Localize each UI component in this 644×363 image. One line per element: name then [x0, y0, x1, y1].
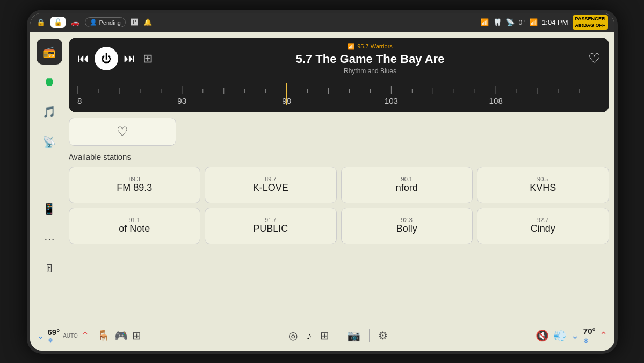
car-icon: 🚗: [71, 18, 79, 26]
station-name-7: Cindy: [531, 223, 555, 234]
content-area: ⏮ ⏻ ⏭ ⊞: [69, 32, 614, 321]
bottom-left: ⌄ 69° ❄ AUTO ⌃ 🪑 🎮: [37, 328, 141, 344]
skip-back-icon: ⏮: [77, 52, 89, 66]
temp-up-arrow-icon[interactable]: ⌃: [81, 330, 89, 341]
wifi-off-icon: 📶: [480, 18, 489, 26]
status-bar: 🔒 🔓 🚗 👤 Pending 🅿 🔔 📶 🦷: [30, 13, 614, 32]
svg-text:103: 103: [384, 97, 397, 104]
station-name-0: FM 89.3: [117, 182, 152, 194]
music-nav-icon: ♪: [306, 330, 312, 342]
temp-right-display: 70° ❄: [583, 326, 596, 345]
station-tile-6[interactable]: 92.3 Bolly: [341, 208, 473, 244]
station-freq-0: 89.3: [129, 176, 140, 182]
screen: 🔒 🔓 🚗 👤 Pending 🅿 🔔 📶 🦷: [30, 13, 614, 351]
auto-mode-label: AUTO: [63, 333, 78, 339]
station-freq-2: 90.1: [401, 176, 413, 182]
frequency-bar[interactable]: 88 93 98 103 108: [69, 80, 609, 112]
mute-button[interactable]: 🔇: [536, 329, 549, 342]
bluetooth-icon: 🦷: [493, 18, 502, 26]
station-tile-5[interactable]: 91.7 PUBLIC: [205, 208, 337, 244]
mute-icon: 🔇: [536, 330, 549, 341]
temp-right-down-icon[interactable]: ⌄: [571, 330, 579, 341]
station-freq-4: 91.1: [129, 217, 140, 223]
station-tile-3[interactable]: 90.5 KVHS: [477, 167, 609, 203]
main-area: 📻 ⏺ 🎵 📡 📱 ⋯ 🎚: [30, 32, 614, 321]
station-tile-0[interactable]: 89.3 FM 89.3: [69, 167, 201, 203]
more-icon: ⋯: [44, 232, 55, 245]
track-info: 📶 95.7 Warriors 5.7 The Game The Bay Are…: [160, 43, 581, 75]
fan-icon: 💨: [553, 330, 567, 341]
clock: 1:04 PM: [542, 18, 568, 26]
station-freq-1: 89.7: [265, 176, 276, 182]
channel-icon: ⊞: [143, 52, 153, 66]
steering-heat-button[interactable]: 🎮: [114, 329, 128, 342]
seat-heat-button[interactable]: 🪑: [97, 329, 110, 342]
prev-button[interactable]: ⏮: [77, 52, 89, 66]
equalizer-icon: 🎚: [44, 262, 55, 275]
station-freq-6: 92.3: [401, 217, 413, 223]
temp-status: 0°: [519, 19, 525, 26]
next-button[interactable]: ⏭: [124, 52, 135, 66]
temp-left-value: 69°: [48, 328, 60, 337]
car-frame: 🔒 🔓 🚗 👤 Pending 🅿 🔔 📶 🦷: [27, 10, 618, 354]
heart-icon: ♡: [588, 51, 600, 67]
station-name-4: of Note: [119, 223, 150, 234]
skip-forward-icon: ⏭: [124, 52, 135, 66]
steering-heat-icon: 🎮: [114, 330, 128, 341]
svg-text:88: 88: [77, 97, 82, 104]
unlock-icon[interactable]: 🔓: [50, 17, 66, 28]
phone-icon: 📱: [42, 202, 56, 215]
station-name-2: nford: [396, 182, 418, 194]
navigation-icon: ◎: [288, 329, 298, 342]
camera-button[interactable]: 📷: [347, 329, 360, 342]
station-name-3: KVHS: [530, 182, 556, 194]
station-name-5: PUBLIC: [253, 223, 288, 234]
wifi-icon: 📡: [42, 136, 56, 148]
station-freq-3: 90.5: [537, 176, 548, 182]
power-icon: ⏻: [101, 53, 112, 65]
settings-button[interactable]: ⚙: [378, 329, 388, 342]
sidebar-more-button[interactable]: ⋯: [37, 226, 62, 252]
navigation-button[interactable]: ◎: [288, 329, 298, 342]
heart-button[interactable]: ♡: [588, 51, 600, 67]
music-nav-button[interactable]: ♪: [306, 330, 312, 342]
power-button[interactable]: ⏻: [95, 47, 118, 70]
sidebar-radio-button[interactable]: 📻: [37, 39, 62, 65]
apps-button[interactable]: ⊞: [320, 329, 329, 342]
temp-right-up-icon[interactable]: ⌃: [599, 330, 607, 341]
fan-button[interactable]: 💨: [553, 329, 567, 342]
station-name: 95.7 Warriors: [357, 43, 393, 49]
station-tile-4[interactable]: 91.1 of Note: [69, 208, 201, 244]
station-name-1: K-LOVE: [253, 182, 288, 194]
station-tile-1[interactable]: 89.7 K-LOVE: [205, 167, 337, 203]
bottom-right: 🔇 💨 ⌄ 70° ❄ ⌃: [536, 326, 608, 345]
airbag-line2: AIRBAG OFF: [575, 23, 605, 29]
available-stations-label: Available stations: [69, 152, 609, 161]
station-tile-2[interactable]: 90.1 nford: [341, 167, 473, 203]
svg-text:108: 108: [489, 97, 502, 104]
heat-icons: 🪑 🎮 ⊞: [97, 329, 141, 342]
station-label: 📶 95.7 Warriors: [160, 43, 581, 50]
sidebar-eq-button[interactable]: 🎚: [37, 256, 62, 282]
snowflake-right-icon: ❄: [583, 337, 589, 345]
temp-down-arrow-icon[interactable]: ⌄: [37, 330, 45, 341]
sidebar-wifi-button[interactable]: 📡: [37, 129, 62, 155]
favorite-button[interactable]: ♡: [69, 118, 176, 146]
signal-icon: 📡: [506, 18, 515, 26]
sidebar: 📻 ⏺ 🎵 📡 📱 ⋯ 🎚: [30, 32, 69, 321]
sidebar-music-button[interactable]: 🎵: [37, 99, 62, 125]
lock-icon: 🔒: [37, 18, 45, 26]
person-icon: 👤: [90, 19, 97, 26]
radio-waves-icon: 📻: [42, 45, 56, 58]
pending-label: Pending: [99, 19, 121, 26]
station-tile-7[interactable]: 92.7 Cindy: [477, 208, 609, 244]
station-name-6: Bolly: [396, 223, 417, 234]
seat-heat-icon: 🪑: [97, 330, 110, 341]
sidebar-spotify-button[interactable]: ⏺: [37, 69, 62, 95]
signal-bars-icon: 📶: [348, 43, 355, 50]
pending-button[interactable]: 👤 Pending: [85, 17, 126, 27]
music-note-icon: 🎵: [42, 105, 56, 118]
status-bar-right: 📶 🦷 📡 0° 📶 1:04 PM PASSENGER AIRBAG OFF: [480, 15, 608, 30]
defrost-button[interactable]: ⊞: [132, 329, 141, 342]
sidebar-phone-button[interactable]: 📱: [37, 196, 62, 222]
